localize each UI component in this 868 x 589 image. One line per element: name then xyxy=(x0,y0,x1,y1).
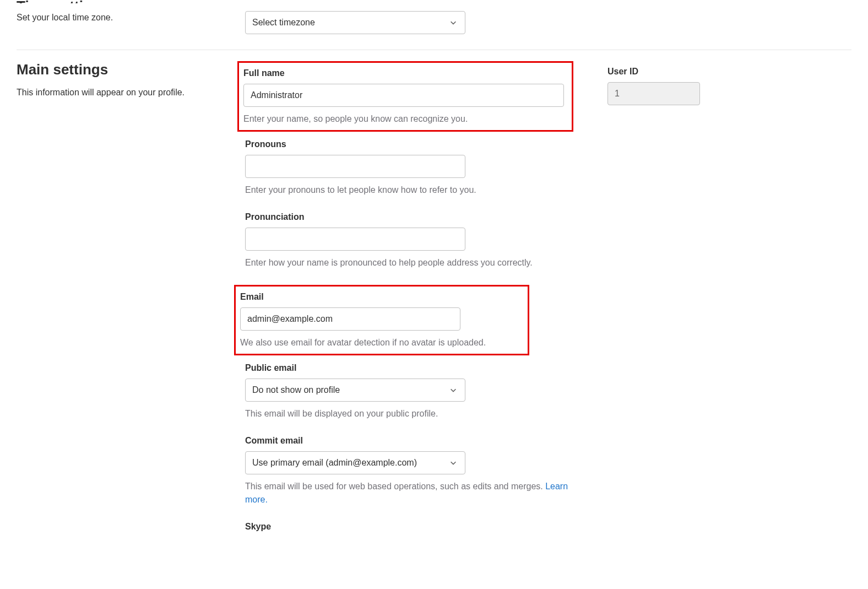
public-email-label: Public email xyxy=(245,363,587,373)
main-settings-desc: This information will appear on your pro… xyxy=(17,86,245,99)
skype-group: Skype xyxy=(245,522,587,532)
email-help: We also use email for avatar detection i… xyxy=(240,336,523,349)
public-email-group: Public email Do not show on profile This… xyxy=(245,363,587,420)
full-name-group: Full name Enter your name, so people you… xyxy=(237,61,573,132)
pronunciation-input[interactable] xyxy=(245,228,465,251)
time-settings-title: Time settings xyxy=(17,0,245,3)
commit-email-select-value: Use primary email (admin@example.com) xyxy=(252,458,417,467)
public-email-select[interactable]: Do not show on profile xyxy=(245,379,465,402)
pronunciation-group: Pronunciation Enter how your name is pro… xyxy=(245,212,587,269)
pronouns-help: Enter your pronouns to let people know h… xyxy=(245,183,587,197)
full-name-input[interactable] xyxy=(243,84,564,107)
commit-email-help: This email will be used for web based op… xyxy=(245,480,587,506)
timezone-select[interactable]: Select timezone xyxy=(245,11,465,34)
main-settings-section: Main settings This information will appe… xyxy=(17,50,851,547)
timezone-select-value: Select timezone xyxy=(252,18,315,27)
commit-email-label: Commit email xyxy=(245,436,587,446)
public-email-select-value: Do not show on profile xyxy=(252,385,340,395)
chevron-down-icon xyxy=(449,19,457,26)
pronunciation-label: Pronunciation xyxy=(245,212,587,222)
chevron-down-icon xyxy=(449,386,457,394)
chevron-down-icon xyxy=(449,459,457,467)
email-input[interactable] xyxy=(240,307,460,331)
time-settings-desc: Set your local time zone. xyxy=(17,11,245,24)
email-label: Email xyxy=(240,292,523,302)
commit-email-help-text: This email will be used for web based op… xyxy=(245,482,545,491)
skype-label: Skype xyxy=(245,522,587,532)
pronunciation-help: Enter how your name is pronounced to hel… xyxy=(245,256,587,269)
full-name-label: Full name xyxy=(243,68,567,78)
user-id-label: User ID xyxy=(607,67,718,77)
user-id-input xyxy=(607,82,700,105)
pronouns-group: Pronouns Enter your pronouns to let peop… xyxy=(245,139,587,197)
time-settings-section: Time settings Set your local time zone. … xyxy=(17,0,851,50)
pronouns-label: Pronouns xyxy=(245,139,587,149)
pronouns-input[interactable] xyxy=(245,155,465,178)
user-id-group: User ID xyxy=(607,67,718,105)
commit-email-select[interactable]: Use primary email (admin@example.com) xyxy=(245,451,465,474)
full-name-help: Enter your name, so people you know can … xyxy=(243,112,567,126)
main-settings-title: Main settings xyxy=(17,61,245,78)
commit-email-group: Commit email Use primary email (admin@ex… xyxy=(245,436,587,506)
public-email-help: This email will be displayed on your pub… xyxy=(245,407,587,420)
email-group: Email We also use email for avatar detec… xyxy=(234,285,529,355)
